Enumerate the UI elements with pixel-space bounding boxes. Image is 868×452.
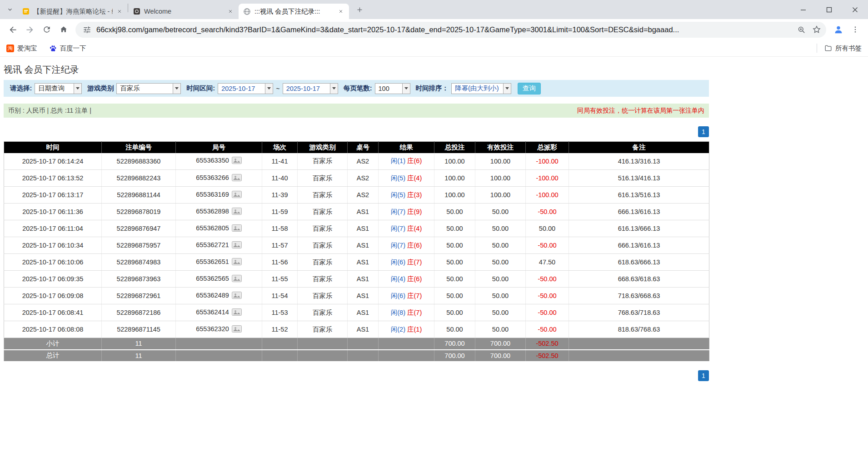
cell-total-bet[interactable]: 50.00	[434, 254, 475, 271]
bookmark-baidu[interactable]: 百度一下	[49, 44, 86, 53]
cell-time: 2025-10-17 06:08:41	[4, 304, 102, 321]
round-media-icon[interactable]	[232, 157, 242, 165]
tab-search-chevron-icon[interactable]	[4, 3, 16, 16]
cell-session: 11-41	[262, 153, 298, 170]
cell-total-bet[interactable]: 100.00	[434, 153, 475, 170]
cell-payout: -100.00	[526, 187, 569, 204]
page-title: 视讯 会员下注纪录	[4, 57, 709, 76]
table-row: 2025-10-17 06:08:41 522896872186 6553624…	[4, 304, 709, 321]
filter-bar: 请选择: 日期查询 游戏类别 百家乐 时间区间: 2025-10-17 ~	[4, 80, 709, 97]
col-remark: 备注	[569, 142, 709, 153]
close-window-button[interactable]	[842, 0, 868, 19]
cell-total-bet[interactable]: 50.00	[434, 237, 475, 254]
cell-total-bet[interactable]: 50.00	[434, 288, 475, 304]
round-number: 655362651	[196, 258, 229, 265]
chevron-down-icon[interactable]	[503, 84, 511, 94]
round-media-icon[interactable]	[232, 325, 242, 334]
tab-close-icon[interactable]	[226, 8, 234, 15]
cell-remark: 718.63/668.63	[569, 288, 709, 304]
round-number: 655363350	[196, 157, 229, 164]
game-type-select[interactable]: 百家乐	[116, 83, 181, 94]
cell-total-bet[interactable]: 50.00	[434, 304, 475, 321]
round-media-icon[interactable]	[232, 292, 242, 300]
cell-session: 11-58	[262, 220, 298, 237]
reload-icon[interactable]	[38, 21, 55, 38]
tab-bet-records[interactable]: :::视讯 会员下注纪录:::	[239, 4, 349, 19]
cell-payout: -50.00	[526, 321, 569, 338]
subtotal-row: 小计 11 700.00 700.00 -502.50	[4, 338, 709, 350]
bookmarks-divider	[817, 44, 817, 53]
round-media-icon[interactable]	[232, 174, 242, 183]
round-media-icon[interactable]	[232, 308, 242, 317]
page-1-button[interactable]: 1	[698, 370, 709, 381]
chevron-down-icon[interactable]	[74, 84, 81, 94]
total-total-bet: 700.00	[434, 350, 475, 362]
tab-welcome[interactable]: Welcome	[128, 4, 239, 19]
bookmarks-bar: 淘 爱淘宝 百度一下 所有书签	[0, 40, 868, 57]
cell-session: 11-59	[262, 204, 298, 220]
chevron-down-icon[interactable]	[173, 84, 180, 94]
cell-total-bet[interactable]: 50.00	[434, 220, 475, 237]
bookmark-star-icon[interactable]	[809, 22, 824, 37]
cell-total-bet[interactable]: 50.00	[434, 204, 475, 220]
col-session: 场次	[262, 142, 298, 153]
cell-total-bet[interactable]: 50.00	[434, 321, 475, 338]
round-media-icon[interactable]	[232, 258, 242, 267]
round-number: 655363169	[196, 191, 229, 198]
tab-close-icon[interactable]	[115, 8, 123, 15]
menu-dots-icon[interactable]	[847, 21, 863, 38]
date-mode-select[interactable]: 日期查询	[35, 83, 82, 94]
result-banker: 庄(6)	[407, 242, 422, 249]
select-mode-label: 请选择:	[10, 84, 32, 93]
url-text[interactable]: 66cxkj98.com/game/betrecord_search/kind3…	[96, 25, 793, 34]
bookmark-label: 爱淘宝	[17, 44, 37, 53]
zoom-icon[interactable]	[793, 22, 809, 37]
home-icon[interactable]	[55, 21, 72, 38]
per-page-select[interactable]: 100	[375, 83, 410, 94]
address-bar[interactable]: 66cxkj98.com/game/betrecord_search/kind3…	[75, 22, 826, 38]
profile-avatar-icon[interactable]	[830, 21, 847, 38]
table-row: 2025-10-17 06:09:08 522896872961 6553624…	[4, 288, 709, 304]
cell-time: 2025-10-17 06:13:17	[4, 187, 102, 204]
chevron-down-icon[interactable]	[402, 84, 410, 94]
all-bookmarks-button[interactable]: 所有书签	[824, 44, 862, 53]
date-end-input[interactable]: 2025-10-17	[283, 83, 338, 94]
round-media-icon[interactable]	[232, 241, 242, 250]
cell-total-bet[interactable]: 100.00	[434, 187, 475, 204]
bookmark-aitaobao[interactable]: 淘 爱淘宝	[6, 44, 37, 53]
cell-remark: 416.13/316.13	[569, 153, 709, 170]
site-settings-icon[interactable]	[82, 25, 92, 35]
tab-close-icon[interactable]	[337, 8, 344, 15]
search-button[interactable]: 查询	[518, 83, 541, 94]
round-media-icon[interactable]	[232, 191, 242, 199]
chevron-down-icon[interactable]	[265, 84, 273, 94]
forward-icon[interactable]	[21, 21, 38, 38]
minimize-button[interactable]	[790, 0, 816, 19]
col-time: 时间	[4, 142, 102, 153]
cell-table-no: AS1	[348, 321, 379, 338]
back-icon[interactable]	[5, 21, 21, 38]
cell-valid-bet: 50.00	[475, 288, 526, 304]
result-banker: 庄(1)	[407, 326, 422, 333]
new-tab-button[interactable]	[353, 3, 366, 16]
date-start-input[interactable]: 2025-10-17	[218, 83, 273, 94]
table-row: 2025-10-17 06:08:08 522896871145 6553623…	[4, 321, 709, 338]
cell-payout: -50.00	[526, 304, 569, 321]
cell-session: 11-52	[262, 321, 298, 338]
maximize-button[interactable]	[816, 0, 842, 19]
round-media-icon[interactable]	[232, 208, 242, 216]
page-1-button[interactable]: 1	[698, 126, 709, 137]
cell-total-bet[interactable]: 50.00	[434, 271, 475, 288]
chevron-down-icon[interactable]	[330, 84, 338, 94]
cell-total-bet[interactable]: 100.00	[434, 170, 475, 187]
cell-remark: 666.13/616.13	[569, 237, 709, 254]
round-media-icon[interactable]	[232, 224, 242, 233]
sort-select[interactable]: 降幂(由大到小)	[451, 83, 511, 94]
round-media-icon[interactable]	[232, 275, 242, 283]
cell-payout: 50.00	[526, 220, 569, 237]
cell-result: 闲(5)庄(4)	[379, 170, 434, 187]
result-player: 闲(7)	[391, 208, 405, 215]
tab-forum[interactable]: 【新提醒】海燕策略论坛 - 综合	[17, 4, 128, 19]
total-label: 总计	[4, 350, 102, 362]
cell-result: 闲(5)庄(3)	[379, 187, 434, 204]
